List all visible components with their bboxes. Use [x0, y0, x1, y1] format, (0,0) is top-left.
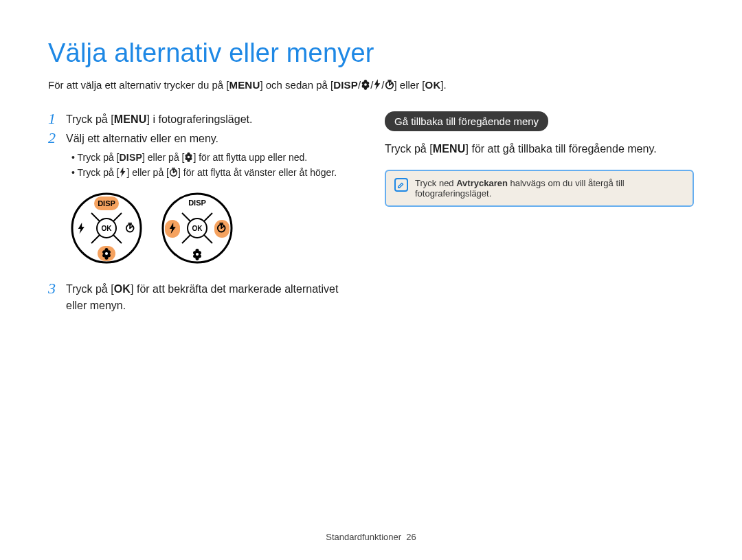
- section-badge: Gå tillbaka till föregående meny: [385, 111, 548, 131]
- step-number: 1: [48, 111, 59, 126]
- left-column: 1 Tryck på [MENU] i fotograferingsläget.…: [48, 111, 357, 317]
- step-2-bullets: Tryck på [DISP] eller på [] för att flyt…: [71, 150, 357, 181]
- right-column: Gå tillbaka till föregående meny Tryck p…: [385, 111, 694, 317]
- note-box: Tryck ned Avtryckaren halvvägs om du vil…: [385, 170, 694, 207]
- flash-icon: [373, 79, 381, 90]
- step-number: 3: [48, 281, 59, 296]
- step-2: 2 Välj ett alternativ eller en meny.: [48, 131, 357, 147]
- disp-glyph: DISP: [119, 152, 142, 163]
- intro-text: För att välja ett alternativ trycker du …: [48, 78, 694, 92]
- disp-glyph: DISP: [333, 79, 358, 91]
- step-1: 1 Tryck på [MENU] i fotograferingsläget.: [48, 111, 357, 128]
- step-3: 3 Tryck på [OK] för att bekräfta det mar…: [48, 281, 357, 314]
- control-dials: DISP OK: [70, 192, 357, 265]
- flower-icon: [184, 152, 193, 162]
- svg-text:DISP: DISP: [188, 199, 206, 207]
- svg-text:OK: OK: [192, 225, 203, 232]
- flower-icon: [361, 79, 370, 90]
- menu-glyph: MENU: [114, 113, 147, 125]
- timer-icon: [169, 167, 178, 177]
- menu-glyph: MENU: [433, 143, 466, 155]
- list-item: Tryck på [] eller på [] för att flytta å…: [71, 165, 357, 180]
- page-footer: Standardfunktioner 26: [0, 532, 742, 542]
- step-number: 2: [48, 131, 59, 146]
- dial-disp-label: DISP: [98, 199, 115, 208]
- svg-rect-14: [214, 220, 229, 238]
- dial-horizontal: DISP OK: [161, 192, 234, 265]
- menu-glyph: MENU: [229, 79, 260, 91]
- dial-vertical: DISP OK: [70, 192, 143, 265]
- right-paragraph: Tryck på [MENU] för att gå tillbaka till…: [385, 141, 694, 157]
- note-text: Tryck ned Avtryckaren halvvägs om du vil…: [415, 178, 684, 199]
- ok-glyph: OK: [114, 283, 131, 295]
- page-title: Välja alternativ eller menyer: [48, 38, 694, 68]
- ok-glyph: OK: [425, 79, 441, 91]
- timer-icon: [385, 79, 394, 90]
- list-item: Tryck på [DISP] eller på [] för att flyt…: [71, 150, 357, 165]
- dial-ok-label: OK: [102, 225, 113, 232]
- flash-icon: [119, 167, 126, 177]
- note-icon: [394, 178, 408, 192]
